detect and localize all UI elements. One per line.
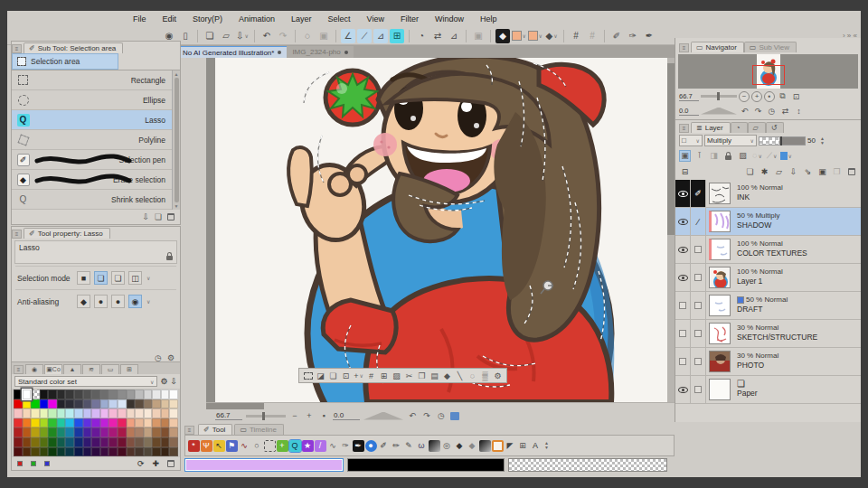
palette-cell-4-3[interactable] [40, 427, 49, 437]
ruler-icon[interactable]: ⟋∨ [766, 150, 778, 162]
palette-cell-4-17[interactable] [161, 427, 170, 437]
layer-thumbnail[interactable] [706, 292, 733, 319]
layer-thumbnail[interactable] [706, 376, 733, 403]
palette-cell-4-2[interactable] [31, 427, 40, 437]
tool-palette-stepper[interactable]: ▲▼ [544, 441, 549, 450]
palette-cell-1-10[interactable] [100, 399, 109, 409]
palette-cell-2-13[interactable] [127, 408, 136, 418]
layer-panel-tab[interactable]: ≣ Layer [691, 122, 731, 133]
aa-weak-icon[interactable]: ● [94, 295, 108, 308]
export-icon[interactable]: ⇩∨ [235, 29, 250, 43]
eyedropper-tool[interactable]: / [315, 440, 326, 452]
halo-icon[interactable]: ◌ [467, 370, 478, 381]
palette-cell-6-5[interactable] [57, 447, 66, 457]
auto-select-tool[interactable]: ★ [302, 440, 314, 452]
import-subtool-icon[interactable]: ⇩ [142, 212, 149, 221]
panel-menu-icon[interactable]: ≡ [679, 43, 689, 52]
marker-tool[interactable]: ✎ [403, 440, 415, 452]
layer-visibility-toggle[interactable] [675, 264, 691, 291]
aa-medium-icon[interactable]: ● [111, 295, 125, 308]
palette-cell-2-3[interactable] [40, 408, 49, 418]
palette-cell-3-13[interactable] [127, 418, 136, 428]
color-slider-tab[interactable]: ≋ [82, 364, 100, 374]
palette-cell-0-15[interactable] [144, 389, 153, 399]
menu-animation[interactable]: Animation [231, 14, 283, 23]
canvas[interactable] [215, 58, 667, 402]
layer-edit-indicator[interactable]: ✐ [691, 180, 706, 207]
nav-fit-button[interactable]: ▪ [764, 91, 775, 102]
palette-cell-6-11[interactable] [108, 447, 118, 457]
nav-zoom-out-button[interactable]: − [739, 91, 750, 102]
palette-cell-2-9[interactable] [91, 408, 100, 418]
canvas-scrollbar-thumb[interactable] [667, 63, 675, 235]
palette-cell-6-9[interactable] [91, 447, 100, 457]
tool-tab[interactable]: ✐ Tool [198, 424, 232, 435]
zoom-value[interactable]: 66.7 [215, 411, 242, 420]
tone-icon[interactable]: ▒ [479, 370, 491, 381]
palette-cell-0-2[interactable] [31, 389, 40, 399]
decoration-tool[interactable]: ω [416, 440, 428, 452]
layer-visibility-toggle[interactable] [675, 180, 691, 207]
layer-edit-indicator[interactable] [691, 236, 706, 263]
color-wheel-tab[interactable]: ◉ [25, 364, 43, 374]
rotate-view-icon[interactable]: ◔ [414, 29, 429, 43]
palette-cell-5-14[interactable] [135, 437, 144, 447]
palette-cell-1-2[interactable] [31, 399, 40, 409]
palette-cell-6-18[interactable] [169, 447, 178, 457]
zoom-slider[interactable] [246, 415, 286, 418]
palette-cell-0-11[interactable] [108, 389, 118, 399]
palette-cell-2-2[interactable] [31, 408, 40, 418]
lock-icon[interactable] [166, 256, 173, 260]
palette-cell-6-1[interactable] [23, 447, 32, 457]
palette-cell-4-4[interactable] [48, 427, 57, 437]
layer-visibility-toggle[interactable] [675, 292, 691, 319]
palette-cell-0-1[interactable] [23, 389, 32, 399]
snap-special-icon[interactable]: ⟋ [357, 29, 372, 43]
menu-window[interactable]: Window [427, 14, 472, 23]
palette-cell-2-16[interactable] [152, 408, 161, 418]
palette-cell-3-10[interactable] [100, 418, 109, 428]
palette-cell-4-7[interactable] [74, 427, 83, 437]
mask-icon[interactable]: ⊺ [693, 150, 705, 162]
fit-screen-button[interactable]: ▪ [318, 411, 329, 420]
text-tool[interactable]: A [530, 440, 542, 452]
palette-cell-4-6[interactable] [65, 427, 74, 437]
palette-cell-1-13[interactable] [127, 399, 136, 409]
selection-border-icon[interactable]: ▣ [316, 29, 331, 43]
palette-cell-4-11[interactable] [108, 427, 118, 437]
aa-none-icon[interactable]: ◆ [77, 295, 90, 308]
main-color-icon[interactable]: ◆ [495, 29, 510, 43]
reset-rotation-icon[interactable]: ◷ [766, 107, 778, 116]
nav-fullscreen-icon[interactable]: ⊡ [790, 92, 802, 101]
palette-cell-4-12[interactable] [118, 427, 127, 437]
subtool-scrollbar[interactable]: ▲▼ [172, 70, 180, 210]
palette-cell-0-8[interactable] [83, 389, 92, 399]
palette-cell-0-12[interactable] [118, 389, 127, 399]
color-set-wrench-icon[interactable]: ⚙ [160, 377, 167, 386]
palette-cell-0-4[interactable] [48, 389, 57, 399]
new-file-icon[interactable]: ❏ [203, 29, 217, 43]
tool-property-tab[interactable]: ✐ Tool property: Lasso [24, 228, 110, 239]
opacity-value[interactable]: 50 [807, 136, 816, 145]
operation-tool[interactable]: ↖ [213, 440, 225, 452]
flag-tool[interactable]: ◤ [505, 440, 516, 452]
flip-horizontal-icon[interactable]: ⇄ [779, 107, 791, 116]
palette-cell-0-9[interactable] [91, 389, 100, 399]
add-subtool-icon[interactable]: ❏ [155, 212, 162, 221]
gradient-tool[interactable] [479, 440, 491, 452]
palette-cell-4-16[interactable] [152, 427, 161, 437]
palette-cell-5-17[interactable] [161, 437, 170, 447]
new-layer-settings-icon[interactable]: ✱ [759, 165, 770, 177]
color-more-tab[interactable]: ⊞ [120, 364, 138, 374]
layer-thumbnail[interactable] [706, 320, 733, 347]
status-extra-icon[interactable] [450, 412, 459, 420]
document-tab[interactable]: No AI Generated Illustration* [177, 46, 287, 58]
palette-cell-6-12[interactable] [118, 447, 127, 457]
palette-cell-4-1[interactable] [23, 427, 32, 437]
palette-cell-5-11[interactable] [108, 437, 118, 447]
palette-cell-4-18[interactable] [169, 427, 178, 437]
navigator-tab[interactable]: ▭ Navigator [691, 42, 744, 52]
palette-cell-0-10[interactable] [100, 389, 109, 399]
palette-cell-2-7[interactable] [74, 408, 83, 418]
eraser-tool[interactable]: ◆ [454, 440, 466, 452]
